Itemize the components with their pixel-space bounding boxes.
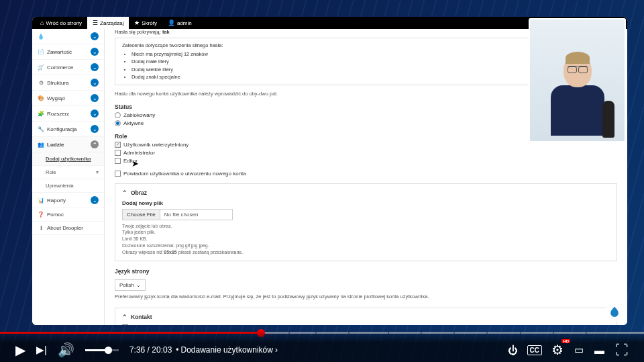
sidebar-item[interactable]: ℹAbout Droopler (32, 222, 104, 235)
nav-label: Raporty (47, 197, 91, 203)
hd-badge: HD (561, 339, 570, 343)
admin-sidebar: 💧⌄ 📄Zawartość⌄🛒Commerce⌄⚙Struktura⌄🎨Wygl… (32, 29, 105, 325)
presenter-webcam (529, 18, 626, 142)
nav-label: Konfiguracja (47, 126, 91, 132)
notify-label: Powiadom użytkownika o utworzeniu nowego… (123, 171, 246, 177)
contact-form-label: Osobisty formularz kontaktowy (131, 324, 204, 325)
nav-icon: 📊 (38, 197, 44, 203)
status-radio[interactable] (115, 112, 121, 118)
sidebar-item[interactable]: 🎨Wygląd⌄ (32, 91, 104, 106)
role-checkbox (115, 142, 121, 148)
nav-icon: 🔧 (38, 126, 44, 132)
drupal-icon: 💧 (38, 34, 44, 40)
sidebar-item[interactable]: ⚙Struktura⌄ (32, 75, 104, 91)
chevron-icon: ⌄ (91, 63, 99, 71)
nav-label: Commerce (47, 64, 91, 71)
nav-label: Rozszerz (47, 111, 91, 117)
status-radio[interactable] (115, 120, 121, 126)
star-icon: ★ (134, 19, 140, 26)
contact-legend: Kontakt (131, 314, 152, 320)
chevron-icon: ⌄ (91, 196, 99, 204)
shortcuts-label: Skróty (142, 20, 157, 26)
image-legend: Obraz (131, 189, 147, 196)
sidebar-item[interactable]: 👥Ludzie⌃ (32, 137, 104, 152)
status-option: Aktywne (123, 120, 144, 126)
file-input[interactable]: Choose File No file chosen (122, 209, 233, 220)
user-label: admin (177, 20, 192, 26)
settings-button[interactable]: ⚙HD (546, 342, 569, 358)
video-controls: ▶ ▶| 🔊 7:36 / 20:03 • Dodawanie użytkown… (0, 330, 644, 362)
contact-form-checkbox[interactable] (122, 324, 128, 325)
new-file-label: Dodaj nowy plik (122, 200, 610, 206)
nav-icon: ❓ (38, 212, 44, 218)
sidebar-logo[interactable]: 💧⌄ (32, 29, 104, 44)
collapse-icon[interactable]: ⌃ (122, 314, 127, 320)
status-option: Zablokowany (123, 112, 155, 118)
manage-label: Zarządzaj (100, 20, 123, 26)
lang-help: Preferowany język konta dla wiadomości e… (115, 293, 617, 301)
nav-icon: 🛒 (38, 64, 44, 71)
chevron-icon: ⌃ (91, 140, 99, 148)
captions-button[interactable]: CC (527, 345, 542, 355)
role-option: Editor (123, 158, 138, 164)
user-menu[interactable]: 👤 admin (162, 17, 197, 29)
menu-icon: ☰ (93, 19, 98, 26)
sidebar-subitem[interactable]: Uprawnienia (32, 179, 104, 193)
chevron-icon: ⌄ (91, 79, 99, 87)
play-button[interactable]: ▶ (10, 342, 31, 358)
role-checkbox[interactable] (115, 158, 121, 164)
role-option: Administrator (123, 150, 155, 156)
next-button[interactable]: ▶| (31, 344, 52, 356)
nav-icon: 📄 (38, 49, 44, 55)
sidebar-item[interactable]: ❓Pomoc (32, 208, 104, 222)
chevron-icon: ⌄ (91, 48, 99, 56)
fullscreen-button[interactable]: ⛶ (610, 343, 634, 358)
home-icon: ⌂ (40, 19, 44, 26)
language-select[interactable]: Polish ⌄ (115, 279, 146, 291)
chevron-down-icon: ⌄ (136, 282, 141, 288)
manage-toggle[interactable]: ☰ Zarządzaj (87, 17, 129, 29)
user-icon: 👤 (168, 19, 175, 26)
lang-value: Polish (119, 282, 134, 288)
chevron-icon: ⌄ (91, 125, 99, 133)
chevron-icon: ⌄ (91, 94, 99, 102)
sidebar-item[interactable]: 🛒Commerce⌄ (32, 60, 104, 75)
back-to-site[interactable]: ⌂ Wróć do strony (35, 17, 87, 29)
nav-label: Wygląd (47, 95, 91, 101)
contact-fieldset: ⌃Kontakt Osobisty formularz kontaktowy (115, 308, 617, 325)
role-option: Użytkownik uwierzytelniony (123, 142, 189, 148)
nav-label: Ludzie (47, 142, 91, 148)
channel-watermark[interactable] (605, 303, 624, 322)
sidebar-subitem[interactable]: Dodaj użytkownika (32, 152, 104, 166)
sidebar-item[interactable]: 📊Raporty⌄ (32, 193, 104, 208)
volume-button[interactable]: 🔊 (52, 342, 80, 358)
role-checkbox[interactable] (115, 150, 121, 156)
nav-label: Zawartość (47, 49, 91, 55)
chapter-title[interactable]: • Dodawanie użytkowników › (176, 345, 278, 355)
collapse-icon[interactable]: ⌃ (122, 189, 127, 196)
autoplay-toggle[interactable]: ⏻ (502, 345, 523, 356)
nav-icon: 🎨 (38, 95, 44, 101)
shortcuts[interactable]: ★ Skróty (129, 17, 162, 29)
miniplayer-button[interactable]: ▭ (569, 344, 589, 356)
file-status: No file chosen (160, 210, 203, 220)
nav-icon: 👥 (38, 142, 44, 148)
image-hints: Twoje zdjęcie lub obraz.Tylko jeden plik… (122, 223, 610, 256)
sidebar-item[interactable]: 📄Zawartość⌄ (32, 44, 104, 60)
chevron-down-icon: ⌄ (91, 32, 99, 40)
choose-file-button[interactable]: Choose File (123, 210, 160, 220)
sidebar-item[interactable]: 🔧Konfiguracja⌄ (32, 122, 104, 137)
lang-label: Język strony (115, 268, 617, 275)
time-display: 7:36 / 20:03 (129, 345, 172, 355)
notify-checkbox[interactable] (115, 171, 121, 177)
back-label: Wróć do strony (46, 20, 82, 26)
nav-label: Struktura (47, 80, 91, 86)
sidebar-subitem[interactable]: Role▾ (32, 166, 104, 179)
sidebar-item[interactable]: 🧩Rozszerz⌄ (32, 106, 104, 122)
nav-icon: ℹ (38, 225, 44, 231)
volume-slider[interactable] (85, 349, 119, 351)
chevron-icon: ⌄ (91, 109, 99, 118)
theater-button[interactable]: ▬ (589, 345, 610, 356)
image-fieldset: ⌃Obraz Dodaj nowy plik Choose File No fi… (115, 183, 617, 262)
nav-icon: ⚙ (38, 80, 44, 86)
